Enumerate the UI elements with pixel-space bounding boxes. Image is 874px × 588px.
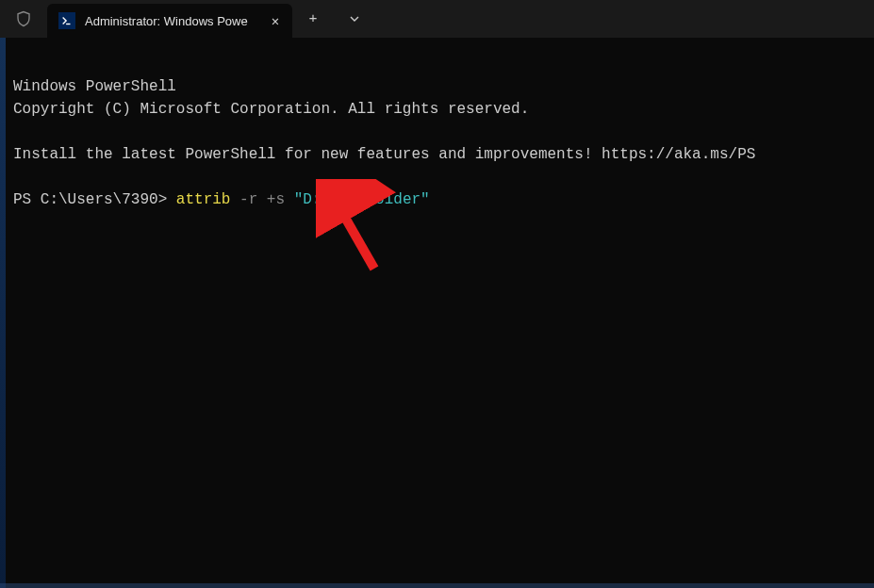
chevron-down-icon — [349, 13, 360, 24]
left-edge — [0, 38, 6, 588]
tab-title: Administrator: Windows Powe — [85, 14, 256, 28]
terminal-line: Copyright (C) Microsoft Corporation. All… — [13, 101, 529, 118]
prompt: PS C:\Users\7390> — [13, 191, 176, 208]
tab-dropdown-button[interactable] — [334, 0, 375, 38]
title-bar: Administrator: Windows Powe ✕ + — [0, 0, 874, 38]
command-name: attrib — [176, 191, 231, 208]
command-flags: -r +s — [230, 191, 293, 208]
shield-icon-wrap — [0, 0, 47, 38]
powershell-icon — [58, 12, 75, 29]
terminal-body[interactable]: Windows PowerShell Copyright (C) Microso… — [0, 38, 874, 588]
command-line: PS C:\Users\7390> attrib -r +s "D:\New f… — [13, 191, 430, 208]
command-path: "D:\New folder" — [294, 191, 430, 208]
new-tab-button[interactable]: + — [292, 0, 334, 38]
tab-close-button[interactable]: ✕ — [266, 11, 285, 30]
terminal-line: Install the latest PowerShell for new fe… — [13, 146, 755, 163]
tab-powershell[interactable]: Administrator: Windows Powe ✕ — [47, 4, 292, 38]
title-actions: + — [292, 0, 375, 38]
terminal-line: Windows PowerShell — [13, 78, 176, 95]
bottom-edge — [0, 583, 874, 588]
shield-icon — [15, 10, 32, 27]
